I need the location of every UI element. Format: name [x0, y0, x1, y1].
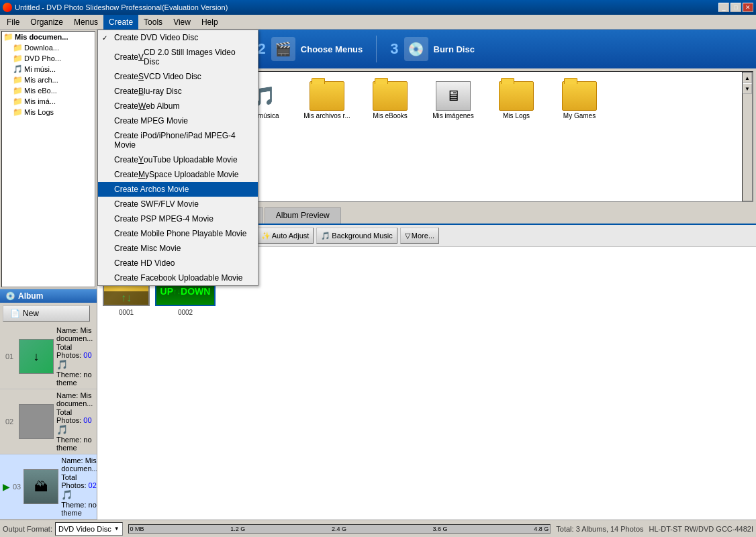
output-format-select[interactable]: DVD Video Disc ▼	[55, 522, 123, 536]
close-button[interactable]: ✕	[743, 3, 753, 12]
menu-create-youtube[interactable]: Create YouTube Uploadable Movie	[98, 152, 258, 167]
folder-icon-archivos	[310, 81, 344, 111]
create-dropdown-menu: Create DVD Video Disc Create VCD 2.0 Sti…	[97, 30, 258, 286]
tab-album-preview[interactable]: Album Preview	[265, 207, 341, 224]
tree-root[interactable]: 📁 Mis documen...	[2, 32, 95, 42]
progress-bar-area: 0 MB 1.2 G 2.4 G 3.6 G 4.8 G	[128, 524, 551, 534]
tree-item-logs[interactable]: 📁 Mis Logs	[2, 107, 95, 117]
menu-create-hd[interactable]: Create HD Video	[98, 256, 258, 271]
album-name: Name: Mis documen...	[56, 326, 94, 342]
tree-item-label: Downloa...	[24, 44, 59, 52]
file-item-ebooks[interactable]: Mis eBooks	[360, 79, 420, 124]
progress-12g: 1.2 G	[230, 526, 245, 532]
menu-create-archos[interactable]: Create Archos Movie	[98, 182, 258, 197]
new-icon: 📄	[10, 309, 20, 318]
folder-icon-ebooks	[373, 81, 408, 111]
app-icon	[3, 3, 12, 12]
file-item-archivos[interactable]: Mis archivos r...	[297, 79, 357, 124]
album-number: 02	[3, 418, 16, 426]
photo-strip: ↑↓ 0001 UP ↑↓ DOWN 0002	[97, 247, 756, 520]
output-format-label: Output Format:	[3, 525, 52, 533]
album-header: 💿 Album	[0, 289, 97, 303]
menu-create-mpeg[interactable]: Create MPEG Movie	[98, 113, 258, 128]
tree-item-dvdphoto[interactable]: 📁 DVD Pho...	[2, 53, 95, 64]
tree-item-musica[interactable]: 🎵 Mi músi...	[2, 64, 95, 75]
menu-create-svcd[interactable]: Create SVCD Video Disc	[98, 69, 258, 84]
album-thumb-03: 🏔	[23, 469, 58, 504]
file-item-games[interactable]: My Games	[549, 79, 610, 124]
menu-create-dvd[interactable]: Create DVD Video Disc	[98, 30, 258, 45]
file-item-imagenes[interactable]: 🖥 Mis imágenes	[423, 79, 483, 124]
auto-adjust-button[interactable]: ✨ Auto Adjust	[256, 228, 314, 244]
menu-menus[interactable]: Menus	[68, 15, 103, 30]
tree-item-archivos[interactable]: 📁 Mis arch...	[2, 75, 95, 85]
tree-root-label: Mis documen...	[15, 33, 68, 41]
file-item-logs[interactable]: Mis Logs	[486, 79, 547, 124]
minimize-button[interactable]: _	[718, 3, 729, 12]
menu-create-misc[interactable]: Create Misc Movie	[98, 241, 258, 256]
photo-item-0001[interactable]: ↑↓ 0001	[103, 252, 150, 514]
album-total: Total Photos: 00 🎵	[56, 343, 94, 370]
album-icon: 💿	[5, 291, 15, 301]
menu-create-ipod[interactable]: Create iPod/iPhone/iPad MPEG-4 Movie	[98, 128, 258, 152]
file-tree[interactable]: 📁 Mis documen... 📁 Downloa... 📁 DVD Pho.…	[1, 31, 95, 287]
tree-item-downloads[interactable]: 📁 Downloa...	[2, 42, 95, 53]
file-label-archivos: Mis archivos r...	[303, 112, 350, 119]
left-panel: 📁 Mis documen... 📁 Downloa... 📁 DVD Pho.…	[0, 30, 97, 520]
album-section: 💿 Album 📄 New 01 ↓ Name: Mis documen... …	[0, 289, 97, 520]
album-item-01[interactable]: 01 ↓ Name: Mis documen... Total Photos: …	[0, 324, 97, 389]
menu-create[interactable]: Create	[103, 15, 138, 30]
album-total: Total Photos: 02 🎵	[61, 473, 97, 500]
folder-icon-logs	[499, 81, 534, 111]
music-note-icon: 🎵	[321, 232, 330, 240]
drive-info: HL-DT-ST RW/DVD GCC-4482I	[649, 525, 753, 533]
file-label-imagenes: Mis imágenes	[432, 112, 474, 119]
photo-item-0002[interactable]: UP ↑↓ DOWN 0002	[155, 252, 216, 514]
album-list: 01 ↓ Name: Mis documen... Total Photos: …	[0, 324, 97, 520]
menu-file[interactable]: File	[1, 15, 25, 30]
album-item-03[interactable]: ▶ 03 🏔 Name: Mis documen... Total Photos…	[0, 454, 97, 520]
step-2[interactable]: 2 🎬 Choose Menus	[244, 30, 377, 68]
tree-item-ebooks[interactable]: 📁 Mis eBo...	[2, 85, 95, 96]
menu-create-vcd[interactable]: Create VCD 2.0 Still Images Video Disc	[98, 45, 258, 69]
progress-48g: 4.8 G	[534, 526, 549, 532]
auto-adjust-label: Auto Adjust	[272, 232, 310, 240]
album-thumb-02	[19, 404, 54, 439]
menu-create-webalbum[interactable]: Create Web Album	[98, 99, 258, 113]
album-thumb-01: ↓	[19, 339, 54, 374]
menu-tools[interactable]: Tools	[138, 15, 168, 30]
maximize-button[interactable]: □	[730, 3, 741, 12]
tree-item-label: Mis arch...	[24, 76, 58, 84]
menu-create-swf[interactable]: Create SWF/FLV Movie	[98, 197, 258, 211]
new-album-button[interactable]: 📄 New	[3, 305, 90, 322]
album-name: Name: Mis documen...	[61, 456, 97, 473]
menu-help[interactable]: Help	[196, 15, 224, 30]
progress-24g: 2.4 G	[332, 526, 346, 532]
step-3-label: Burn Disc	[434, 44, 475, 54]
titlebar-controls: _ □ ✕	[718, 3, 753, 12]
background-music-button[interactable]: 🎵 Background Music	[316, 228, 397, 244]
menu-create-bluray[interactable]: Create Blu-ray Disc	[98, 84, 258, 99]
file-label-games: My Games	[563, 112, 596, 119]
album-number: 03	[13, 483, 21, 491]
output-format-value: DVD Video Disc	[58, 525, 111, 533]
menu-create-mobile[interactable]: Create Mobile Phone Playable Movie	[98, 226, 258, 241]
screen-icon: 🖥	[436, 81, 471, 111]
more-button[interactable]: ▽ More...	[400, 228, 439, 244]
album-item-02[interactable]: 02 Name: Mis documen... Total Photos: 00…	[0, 389, 97, 454]
step-2-label: Choose Menus	[301, 44, 363, 54]
file-browser-scrollbar[interactable]: ▲ ▼	[742, 72, 753, 201]
step-3[interactable]: 3 💿 Burn Disc	[377, 30, 488, 68]
menu-organize[interactable]: Organize	[25, 15, 68, 30]
album-title: Album	[18, 291, 43, 301]
menu-create-psp[interactable]: Create PSP MPEG-4 Movie	[98, 211, 258, 226]
titlebar-title: Untitled - DVD Photo Slideshow Professio…	[15, 3, 228, 11]
menu-create-facebook[interactable]: Create Facebook Uploadable Movie	[98, 271, 258, 285]
progress-36g: 3.6 G	[433, 526, 448, 532]
file-label-ebooks: Mis eBooks	[373, 112, 408, 119]
output-format: Output Format: DVD Video Disc ▼	[3, 522, 123, 536]
tree-item-imagenes[interactable]: 📁 Mis imá...	[2, 96, 95, 107]
menu-view[interactable]: View	[168, 15, 196, 30]
step-3-icon: 💿	[404, 37, 428, 61]
menu-create-myspace[interactable]: Create MySpace Uploadable Movie	[98, 167, 258, 182]
